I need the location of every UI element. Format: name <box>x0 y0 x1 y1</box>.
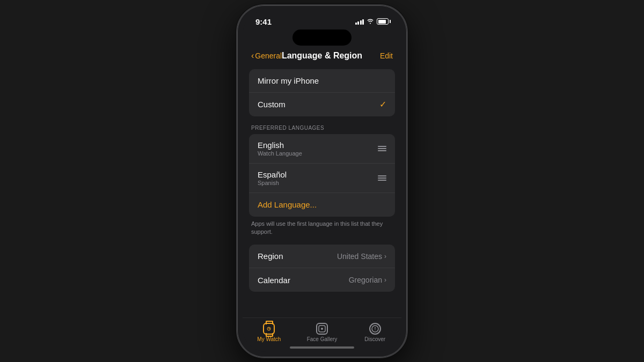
add-language-label: Add Language... <box>258 200 317 209</box>
language-mode-section: Mirror my iPhone Custom ✓ <box>243 69 401 116</box>
calendar-label: Calendar <box>258 276 290 285</box>
battery-fill <box>378 20 386 24</box>
language-mode-list: Mirror my iPhone Custom ✓ <box>249 69 395 116</box>
status-bar: 9:41 <box>243 11 401 29</box>
espanol-item-content: Español Spanish <box>258 170 287 186</box>
region-value-text: United States <box>337 252 382 261</box>
region-label: Region <box>258 252 283 261</box>
custom-label: Custom <box>258 100 286 109</box>
tab-bar: My Watch Face Gallery <box>243 317 401 344</box>
discover-compass-icon <box>369 323 381 335</box>
languages-list: English Watch Language Español Spanish <box>249 134 395 217</box>
drag-handle-icon[interactable] <box>378 175 386 181</box>
phone-frame: 9:41 <box>236 4 408 358</box>
mute-switch <box>236 43 237 55</box>
list-item[interactable]: Español Spanish <box>249 164 395 193</box>
english-label: English <box>258 141 302 150</box>
svg-marker-6 <box>374 327 376 329</box>
espanol-subtitle: Spanish <box>258 180 287 186</box>
region-item[interactable]: Region United States › <box>249 245 395 268</box>
phone-screen: 9:41 <box>243 11 401 352</box>
tab-discover[interactable]: Discover <box>348 322 401 342</box>
mirror-iphone-label: Mirror my iPhone <box>258 76 319 85</box>
signal-icon <box>355 18 364 25</box>
discover-tab-label: Discover <box>364 336 385 342</box>
region-list: Region United States › Calendar Gregoria… <box>249 245 395 292</box>
region-section: Region United States › Calendar Gregoria… <box>243 245 401 292</box>
svg-point-4 <box>321 328 323 330</box>
custom-option[interactable]: Custom ✓ <box>249 93 395 116</box>
my-watch-icon <box>262 322 275 335</box>
face-gallery-icon <box>316 322 328 335</box>
mirror-iphone-option[interactable]: Mirror my iPhone <box>249 69 395 93</box>
tab-face-gallery[interactable]: Face Gallery <box>296 322 349 342</box>
calendar-item[interactable]: Calendar Gregorian › <box>249 268 395 292</box>
back-label: General <box>255 51 282 60</box>
battery-icon <box>377 18 389 25</box>
side-button <box>407 70 408 107</box>
chevron-right-icon: › <box>384 253 386 260</box>
add-language-button[interactable]: Add Language... <box>249 193 395 217</box>
region-value: United States › <box>337 252 386 261</box>
page-title: Language & Region <box>282 51 362 61</box>
preferred-languages-section: Preferred Languages English Watch Langua… <box>243 125 401 237</box>
my-watch-tab-label: My Watch <box>257 336 281 342</box>
english-item-content: English Watch Language <box>258 141 302 157</box>
status-icons <box>355 18 389 26</box>
face-gallery-watch-icon <box>316 323 328 335</box>
back-button[interactable]: ‹ General <box>251 51 282 61</box>
list-item[interactable]: English Watch Language <box>249 134 395 164</box>
home-indicator <box>290 346 354 349</box>
preferred-languages-label: Preferred Languages <box>243 125 401 134</box>
selected-checkmark-icon: ✓ <box>379 99 386 109</box>
chevron-right-icon: › <box>384 276 386 284</box>
edit-button[interactable]: Edit <box>380 51 393 60</box>
discover-icon <box>369 322 382 335</box>
english-subtitle: Watch Language <box>258 150 302 157</box>
svg-point-5 <box>372 326 378 332</box>
volume-down-button <box>236 80 237 97</box>
content-area: Mirror my iPhone Custom ✓ Preferred Lang… <box>243 65 401 317</box>
calendar-value: Gregorian › <box>349 276 386 284</box>
drag-handle-icon[interactable] <box>378 146 386 151</box>
dynamic-island <box>292 29 352 46</box>
back-chevron-icon: ‹ <box>251 51 254 61</box>
tab-my-watch[interactable]: My Watch <box>243 322 296 342</box>
wifi-icon <box>367 18 374 26</box>
watch-icon <box>263 323 275 335</box>
espanol-label: Español <box>258 170 287 179</box>
languages-help-text: Apps will use the first language in this… <box>243 217 401 237</box>
navigation-bar: ‹ General Language & Region Edit <box>243 48 401 65</box>
calendar-value-text: Gregorian <box>349 276 382 284</box>
face-gallery-tab-label: Face Gallery <box>307 336 338 342</box>
status-time: 9:41 <box>255 17 272 26</box>
volume-up-button <box>236 59 237 75</box>
svg-marker-7 <box>374 329 376 331</box>
